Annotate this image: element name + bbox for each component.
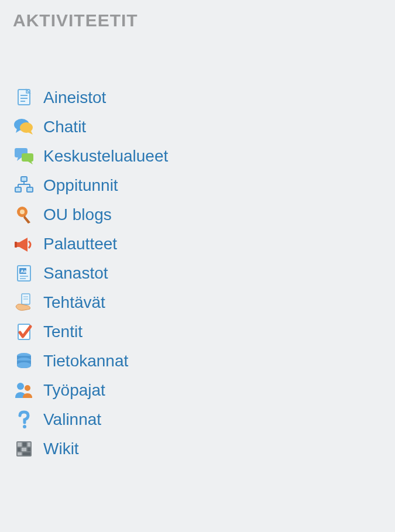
- activity-item-tentit[interactable]: Tentit: [13, 317, 382, 346]
- svg-rect-40: [18, 452, 22, 455]
- activity-label: Keskustelualueet: [43, 148, 168, 164]
- blog-pin-icon: [13, 204, 35, 226]
- activity-item-tyopajat[interactable]: Työpajat: [13, 376, 382, 405]
- activity-label: Tietokannat: [43, 353, 128, 369]
- feedback-megaphone-icon: [13, 233, 35, 255]
- block-title: AKTIVITEETIT: [13, 11, 382, 30]
- assignment-hand-icon: [13, 291, 35, 314]
- svg-rect-17: [15, 242, 17, 248]
- svg-rect-35: [23, 442, 26, 447]
- activity-item-aineistot[interactable]: Aineistot: [13, 83, 382, 112]
- activity-item-palautteet[interactable]: Palautteet: [13, 229, 382, 259]
- activity-label: Chatit: [43, 119, 86, 135]
- svg-point-31: [25, 385, 30, 391]
- forum-icon: [13, 145, 35, 167]
- svg-rect-39: [28, 448, 30, 451]
- svg-rect-41: [23, 452, 30, 455]
- activity-label: Valinnat: [43, 411, 101, 428]
- svg-text:Aa: Aa: [20, 269, 27, 274]
- svg-point-32: [23, 425, 26, 428]
- workshop-people-icon: [13, 379, 35, 401]
- svg-rect-36: [28, 442, 30, 447]
- activity-item-valinnat[interactable]: Valinnat: [13, 405, 382, 434]
- activity-label: Tentit: [43, 324, 83, 340]
- activity-label: Oppitunnit: [43, 177, 118, 194]
- wiki-grid-icon: [13, 438, 35, 460]
- database-icon: [13, 350, 35, 372]
- svg-rect-38: [22, 448, 26, 451]
- activity-item-oublogs[interactable]: OU blogs: [13, 200, 382, 229]
- svg-rect-34: [18, 442, 22, 447]
- svg-rect-13: [15, 187, 21, 192]
- svg-rect-7: [22, 153, 33, 162]
- svg-rect-8: [21, 177, 27, 181]
- choice-question-icon: [13, 409, 35, 431]
- activity-label: Sanastot: [43, 265, 108, 282]
- quiz-checkmark-icon: [13, 321, 35, 343]
- activity-item-wikit[interactable]: Wikit: [13, 434, 382, 464]
- activity-item-keskustelualueet[interactable]: Keskustelualueet: [13, 142, 382, 171]
- activity-label: Aineistot: [43, 90, 106, 106]
- activity-item-oppitunnit[interactable]: Oppitunnit: [13, 171, 382, 200]
- resource-document-icon: [13, 87, 35, 109]
- activity-label: Työpajat: [43, 382, 105, 399]
- activity-item-chatit[interactable]: Chatit: [13, 112, 382, 142]
- activity-label: Wikit: [43, 441, 79, 457]
- glossary-icon: Aa: [13, 262, 35, 284]
- svg-point-29: [17, 362, 31, 368]
- activity-label: Palautteet: [43, 236, 117, 252]
- activity-item-sanastot[interactable]: Aa Sanastot: [13, 259, 382, 288]
- svg-rect-37: [18, 448, 20, 451]
- activity-label: Tehtävät: [43, 294, 105, 311]
- lesson-flowchart-icon: [13, 174, 35, 197]
- chat-bubble-icon: [13, 116, 35, 138]
- activity-item-tehtavat[interactable]: Tehtävät: [13, 288, 382, 317]
- svg-point-30: [17, 383, 24, 390]
- svg-point-16: [20, 210, 25, 214]
- svg-rect-14: [27, 187, 33, 192]
- activity-list: Aineistot Chatit Keskustelualueet: [13, 83, 382, 464]
- activity-label: OU blogs: [43, 207, 112, 223]
- activity-item-tietokannat[interactable]: Tietokannat: [13, 346, 382, 376]
